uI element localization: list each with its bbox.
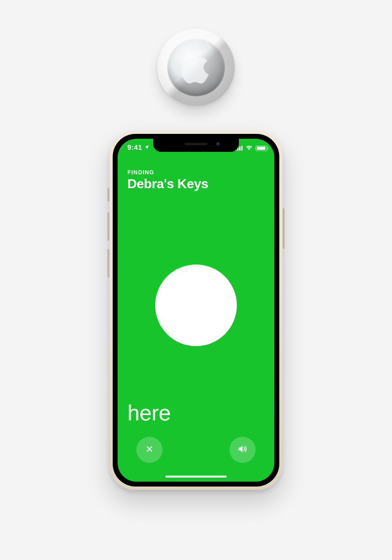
wifi-icon [245,144,253,152]
proximity-text: here [127,400,171,425]
airtag-image [157,29,235,106]
battery-icon [256,146,267,151]
locator-indicator [155,264,237,346]
home-indicator[interactable] [165,476,227,478]
notch [153,139,239,152]
side-button [283,208,285,249]
speaker-icon [237,444,248,456]
precision-finding-screen: 9:41 FINDING Debra's Keys her [118,139,274,482]
status-time: 9:41 [127,144,142,152]
finding-controls [118,437,274,468]
iphone-device: 9:41 FINDING Debra's Keys her [109,131,283,490]
finding-title: Debra's Keys [127,176,265,191]
play-sound-button[interactable] [229,437,256,463]
close-button[interactable] [136,437,163,463]
apple-logo-icon [182,49,210,84]
location-arrow-icon [144,144,149,152]
finding-label: FINDING [127,169,265,176]
close-icon [145,444,154,455]
